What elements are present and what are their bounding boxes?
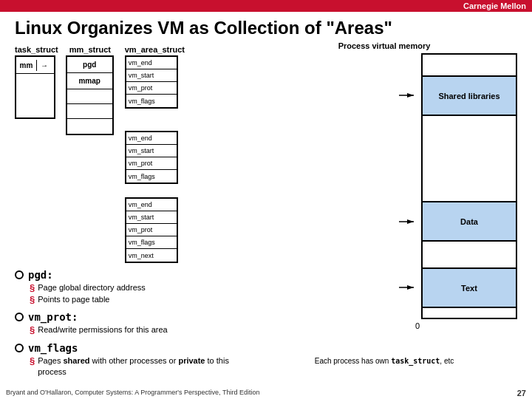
pgd-sub2: § Points to page table: [30, 294, 244, 306]
pgd-bullet-circle: [15, 270, 24, 279]
zero-label: 0: [415, 321, 420, 330]
vm-flags-section: vm_flags § Pages shared with other proce…: [15, 342, 244, 378]
vm-flags-bullet-circle: [15, 344, 24, 352]
footer: Bryant and O'Hallaron, Computer Systems:…: [0, 389, 532, 398]
mm-empty-row1: [67, 89, 112, 104]
mmap-row: mmap: [67, 73, 112, 89]
vm-prot-sub1: § Read/write permissions for this area: [30, 324, 244, 336]
mm-arrow: →: [37, 57, 52, 73]
task-struct-label: task_struct: [15, 45, 58, 54]
pvm-label: Process virtual memory: [251, 41, 517, 50]
vm-area-section: vm_area_struct vm_end vm_start vm_prot v…: [125, 45, 185, 263]
seg-shared-lib-label: Shared libraries: [423, 77, 516, 115]
pvm-container: Shared libraries Data Text 0: [399, 53, 517, 334]
attribution: Bryant and O'Hallaron, Computer Systems:…: [6, 389, 259, 398]
task-struct-box: mm →: [15, 55, 55, 119]
vm-start-2: vm_start: [126, 145, 177, 157]
vm-flags-2: vm_flags: [126, 170, 177, 183]
vm-prot-title-text: vm_prot:: [28, 311, 78, 323]
bullets-section: pgd: § Page global directory address § P…: [15, 269, 244, 378]
right-panel: Process virtual memory Shared libraries …: [251, 41, 517, 381]
vm-prot-section: vm_prot: § Read/write permissions for th…: [15, 311, 244, 336]
pgd-sub1: § Page global directory address: [30, 282, 244, 294]
mm-empty-row2: [67, 104, 112, 119]
brand-label: Carnegie Mellon: [463, 1, 526, 10]
pgd-section: pgd: § Page global directory address § P…: [15, 269, 244, 305]
vm-end-3: vm_end: [126, 199, 177, 211]
seg-text: Text: [421, 267, 517, 308]
pgd-title: pgd:: [15, 269, 244, 281]
task-struct-row: mm →: [16, 57, 54, 73]
vm-prot-title: vm_prot:: [15, 311, 244, 323]
vm-flags-sub1-text: Pages shared with other processes or pri…: [38, 355, 244, 378]
vm-end-1: vm_end: [126, 57, 177, 69]
vm-area-box-3: vm_end vm_start vm_prot vm_flags vm_next: [125, 197, 178, 263]
diagram-area: task_struct mm → mm_struct pgd mmap: [15, 45, 244, 263]
vm-area-box-1: vm_end vm_start vm_prot vm_flags: [125, 55, 178, 109]
pgd-title-text: pgd:: [28, 269, 53, 281]
vm-start-1: vm_start: [126, 69, 177, 82]
mm-label: mm: [16, 60, 37, 71]
task-struct-section: task_struct mm →: [15, 45, 58, 119]
seg-shared-lib: Shared libraries: [421, 75, 517, 116]
vm-area-label: vm_area_struct: [125, 45, 185, 54]
page-number: 27: [517, 389, 526, 398]
vm-flags-title: vm_flags: [15, 342, 244, 354]
page-title: Linux Organizes VM as Collection of "Are…: [0, 12, 532, 41]
vm-flags-sub1: § Pages shared with other processes or p…: [30, 355, 244, 378]
vm-prot-1: vm_prot: [126, 82, 177, 95]
vm-flags-sub-bullets: § Pages shared with other processes or p…: [30, 355, 244, 378]
vm-prot-sub-bullets: § Read/write permissions for this area: [30, 324, 244, 336]
vm-flags-3: vm_flags: [126, 236, 177, 249]
seg-data: Data: [421, 201, 517, 242]
task-struct-empty: [16, 73, 54, 117]
seg-text-label: Text: [423, 269, 516, 307]
left-panel: task_struct mm → mm_struct pgd mmap: [15, 41, 244, 381]
pgd-sub-bullets: § Page global directory address § Points…: [30, 282, 244, 305]
pgd-row: pgd: [67, 57, 112, 73]
mm-struct-box: pgd mmap: [66, 55, 114, 135]
mm-struct-label: mm_struct: [69, 45, 114, 54]
vm-flags-title-text: vm_flags: [28, 342, 78, 354]
vm-area-box-2-wrap: vm_end vm_start vm_prot vm_flags: [125, 131, 185, 184]
vm-prot-3: vm_prot: [126, 224, 177, 236]
seg-data-label: Data: [423, 202, 516, 240]
main-content: task_struct mm → mm_struct pgd mmap: [0, 41, 532, 381]
each-process-note: Each process has own task_struct, etc: [251, 357, 517, 365]
vm-area-box-3-wrap: vm_end vm_start vm_prot vm_flags vm_next: [125, 197, 185, 263]
header-bar: Carnegie Mellon: [0, 0, 532, 12]
mm-struct-section: mm_struct pgd mmap: [66, 45, 114, 135]
vm-area-box-2: vm_end vm_start vm_prot vm_flags: [125, 131, 178, 184]
vm-next-3: vm_next: [126, 249, 177, 262]
vm-end-2: vm_end: [126, 132, 177, 145]
vm-prot-bullet-circle: [15, 313, 24, 321]
vm-start-3: vm_start: [126, 211, 177, 224]
mm-empty-row3: [67, 119, 112, 134]
vm-prot-2: vm_prot: [126, 157, 177, 170]
vm-flags-1: vm_flags: [126, 95, 177, 107]
